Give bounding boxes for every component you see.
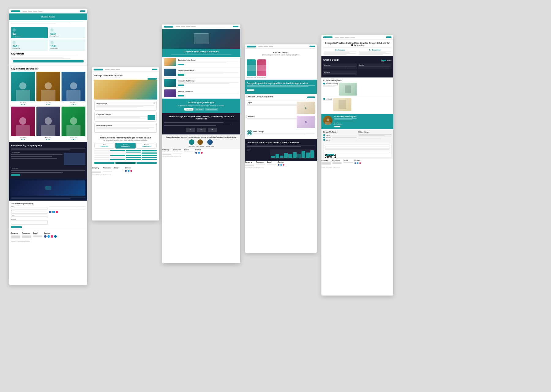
card-deezgrafix-graphic: Deezgrafix Provides Cutting-Edge Graphic… xyxy=(321,35,393,296)
card5-dark-graphics: Graphic Design Logo Design Illustration … xyxy=(321,56,393,77)
card3-nav-links xyxy=(176,26,196,27)
card2-nav-btn[interactable] xyxy=(152,69,157,70)
card3-hero-img xyxy=(162,29,240,49)
card5-office-section: Reach Us Today Call Us Email Us Visit Us xyxy=(321,129,393,159)
roster-member-2: John Doe xyxy=(36,72,60,105)
pricing-btn-premium[interactable] xyxy=(137,162,157,164)
gd-item-illustration: Illustration xyxy=(323,63,357,69)
card4-nav-btn[interactable] xyxy=(309,46,315,47)
card2-nav xyxy=(92,67,159,72)
card5-send-btn[interactable]: Send xyxy=(325,154,334,156)
card1-awards-grid: $2 Cheap Awards $1M Funding Raised 500+ … xyxy=(9,25,87,53)
card3-logo-section: Stunning logo designs We create stunning… xyxy=(162,99,240,113)
card1-logo xyxy=(11,10,20,12)
card3-logo xyxy=(164,26,173,28)
card5-logo xyxy=(323,36,332,38)
award-contributions: 100+ Contributions xyxy=(49,40,86,51)
service-3-btn[interactable] xyxy=(178,85,184,86)
card4-nav-links xyxy=(258,46,273,47)
pricing-basic: Basic $99/month xyxy=(94,143,114,149)
card3-service-3: Innovative Web Design xyxy=(162,78,240,88)
card1-roster-grid: John Smith John Doe Bob Wilson xyxy=(11,72,85,140)
card1-nav xyxy=(9,9,87,13)
logo-tab-responsive[interactable]: Responsive design xyxy=(205,108,218,111)
card3-services-list: Captivating Logo Design Engaging Print D… xyxy=(162,57,240,99)
card4-portfolio-header: Our Portfolio Showcasing our best work a… xyxy=(245,49,317,58)
card5-creative-print: print ads xyxy=(323,98,392,111)
card-notable-awards: Notable Awards $2 Cheap Awards $1M Fundi… xyxy=(9,9,87,285)
card2-nav-links xyxy=(105,69,120,70)
card3-footer: Company Resources Social Contact xyxy=(162,149,240,157)
card-design-services: Design Services Offered Logo Design × Gr… xyxy=(92,67,159,221)
service-2-btn[interactable] xyxy=(178,74,184,76)
gd-item-and-more: And More xyxy=(323,70,357,75)
pricing-premium: Premium $299/month xyxy=(137,143,157,149)
roster-member-4: Sarah Chen xyxy=(11,107,35,140)
award-achievements: 500+ Achievements xyxy=(11,40,48,51)
ds-item-graphics: G Graphics xyxy=(247,116,315,128)
card1-award-btn[interactable] xyxy=(13,60,84,62)
card1-footer: Company Resources Social xyxy=(9,230,87,244)
card1-awards-header: Notable Awards xyxy=(9,13,87,20)
award-funding: $1M Funding Raised xyxy=(49,27,86,38)
card3-testimonial: Deezgrafix designs stunning, custom webs… xyxy=(162,134,240,149)
test-person-1: John Smith xyxy=(189,139,195,147)
pricing-buttons xyxy=(94,161,157,164)
card5-gd-grid: Illustration Branding And More xyxy=(323,63,392,75)
card5-contact-form: Send xyxy=(323,143,392,157)
award-stat-4: 100+ xyxy=(51,45,84,48)
visit-icon xyxy=(323,139,325,141)
card3-nav xyxy=(162,24,240,29)
card3-dev-section: Skillful design and development creating… xyxy=(162,113,240,134)
card5-test-avatar xyxy=(323,116,332,125)
logo-tab-web[interactable]: Web design xyxy=(194,108,204,111)
card1-dark-section: Award-winning design agency Our services… xyxy=(9,142,87,179)
award-cheap: $2 Cheap Awards xyxy=(11,27,48,38)
card5-read-more-btn[interactable] xyxy=(334,126,340,127)
card5-nav-btn[interactable] xyxy=(386,36,392,38)
card1-nav-btn[interactable] xyxy=(80,10,85,12)
card4-learn-more-btn[interactable] xyxy=(307,96,315,98)
card2-service-logo: Logo Design × xyxy=(94,101,157,111)
logo-tab-print[interactable]: Print media xyxy=(184,108,193,111)
card3-service-1: Captivating Logo Design xyxy=(162,57,240,67)
service-1-btn[interactable] xyxy=(178,64,184,65)
card1-contact-section: Contact Deezgrafix Today Name Email Phon… xyxy=(9,201,87,230)
card4-footer: Company Resources Social Contact xyxy=(245,161,317,168)
card4-dark-adapt: Adapt your home to your needs & make it … xyxy=(245,139,317,161)
card3-test-avatars: John Smith Mary Johnson Michael Brown xyxy=(164,139,238,147)
card5-header: Deezgrafix Provides Cutting-Edge Graphic… xyxy=(321,40,393,56)
email-icon xyxy=(323,137,325,138)
card3-hero-title-bar: Creative Web Design Services xyxy=(162,49,240,57)
service-4-btn[interactable] xyxy=(178,95,184,96)
card4-design-solutions: Creative Design Solutions L Logos xyxy=(245,94,317,139)
card2-service-graphics: Graphics Design xyxy=(94,112,157,122)
card3-hero-title: Creative Web Design Services xyxy=(164,50,239,53)
card1-vr-section xyxy=(9,179,87,201)
card1-roster: Key members of our roster John Smith Joh… xyxy=(9,66,87,142)
roster-member-3: Bob Wilson xyxy=(62,72,85,105)
card4-teal-btn[interactable] xyxy=(247,89,254,91)
card-portfolio: Our Portfolio Showcasing our best work a… xyxy=(245,44,317,253)
portfolio-img-2 xyxy=(257,59,266,76)
card2-pricing: Basic, Pro and Premium packages for web … xyxy=(92,134,159,167)
gd-item-branding: Branding xyxy=(358,63,392,69)
card5-nav-links xyxy=(335,37,355,38)
card3-service-2: Engaging Print Design xyxy=(162,67,240,78)
pricing-btn-standard[interactable] xyxy=(115,162,136,164)
card5-footer: Company Resources Social Contact xyxy=(321,159,393,168)
card2-pricing-cols: Basic $99/month Standard $199/month Prem… xyxy=(94,143,157,149)
roster-member-6: Jessica Lee xyxy=(62,107,85,140)
pricing-btn-basic[interactable] xyxy=(94,162,114,164)
card2-header: Design Services Offered xyxy=(92,72,159,78)
main-canvas: Notable Awards $2 Cheap Awards $1M Fundi… xyxy=(0,0,551,392)
card4-logo xyxy=(247,46,256,47)
card2-design-image xyxy=(94,80,157,100)
roster-member-1: John Smith xyxy=(11,72,35,105)
call-icon xyxy=(323,134,325,136)
card-creative-web-design: Creative Web Design Services Captivating… xyxy=(162,24,240,263)
card4-teal-banner: Deezgrafix provides logo, graphics and w… xyxy=(245,80,317,94)
roster-member-5: Mike Davis xyxy=(36,107,60,140)
card3-nav-btn[interactable] xyxy=(233,26,238,27)
award-stat-1: $2 xyxy=(13,32,46,35)
